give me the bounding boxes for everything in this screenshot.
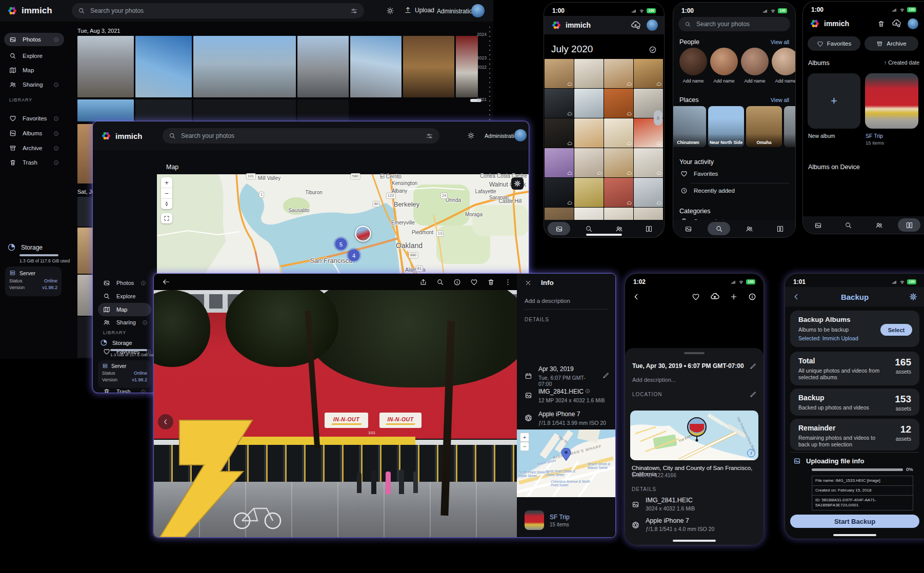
search-input[interactable]: Search your photos	[72, 3, 364, 18]
trash-icon[interactable]	[877, 20, 885, 28]
favorite-icon[interactable]	[692, 293, 700, 301]
add-name-link[interactable]: Add name	[772, 78, 796, 84]
theme-toggle-icon[interactable]	[386, 7, 394, 15]
edit-date-icon[interactable]	[750, 363, 756, 370]
app-logo[interactable]: immich	[7, 6, 52, 16]
photo-tile[interactable]	[545, 89, 574, 118]
new-album-card[interactable]: +	[808, 73, 860, 129]
photo-thumbnail[interactable]	[135, 36, 192, 97]
photo-thumbnail[interactable]	[77, 36, 134, 97]
sidebar-item-favorites[interactable]: Favorites	[4, 112, 64, 125]
photo-thumbnail[interactable]	[135, 99, 192, 121]
favorites-button[interactable]: Favorites	[808, 36, 860, 51]
nav-photos[interactable]	[807, 218, 830, 232]
place-card-near-north-side[interactable]: Near North Side	[708, 106, 744, 147]
photo-thumbnail[interactable]	[193, 36, 296, 97]
people-view-all[interactable]: View all	[771, 39, 789, 45]
activity-item-clock[interactable]: Recently added	[680, 187, 735, 194]
zoom-icon[interactable]	[436, 278, 444, 286]
photo-in-n-out[interactable]: IN-N-OUT IN-N-OUT 333	[154, 290, 517, 537]
photo-tile[interactable]	[634, 59, 663, 88]
map-photo-marker[interactable]	[355, 226, 371, 242]
add-name-link[interactable]: Add name	[679, 78, 707, 84]
place-card-chinatown[interactable]: Chinatown	[673, 106, 706, 147]
fullscreen-button[interactable]	[161, 213, 172, 223]
start-backup-button[interactable]: Start Backup	[790, 515, 919, 528]
photo-thumbnail[interactable]	[350, 36, 401, 97]
albums-sort-button[interactable]: ↑ Created date	[884, 59, 919, 66]
sync-status-icon[interactable]	[631, 21, 640, 30]
photo-tile[interactable]	[574, 118, 604, 148]
add-icon[interactable]	[730, 293, 738, 301]
close-info-icon[interactable]	[525, 279, 532, 286]
info-icon[interactable]	[453, 278, 461, 286]
avatar[interactable]	[471, 4, 485, 17]
photo-tile[interactable]	[604, 89, 633, 118]
select-all-icon[interactable]	[649, 46, 657, 54]
nav-sharing[interactable]	[738, 222, 761, 235]
back-icon[interactable]	[632, 293, 640, 301]
avatar[interactable]	[647, 19, 658, 31]
sidebar-item-archive[interactable]: Archive	[4, 141, 64, 155]
photo-thumbnail[interactable]	[77, 99, 134, 121]
place-card-omaha[interactable]: Omaha	[746, 106, 782, 147]
upload-cloud-icon[interactable]	[710, 292, 719, 301]
info-icon[interactable]	[585, 388, 590, 394]
search-filter-icon[interactable]	[350, 7, 358, 15]
delete-icon[interactable]	[487, 278, 495, 286]
info-icon[interactable]	[748, 293, 756, 301]
nav-photos[interactable]	[548, 222, 570, 235]
photo-tile[interactable]	[545, 148, 574, 177]
avatar[interactable]	[514, 129, 527, 141]
app-logo[interactable]: immich	[101, 131, 143, 141]
select-button[interactable]: Select	[880, 324, 912, 336]
person-face[interactable]	[772, 48, 796, 75]
compass-button[interactable]	[161, 199, 172, 209]
map-cluster-marker[interactable]: 5	[335, 238, 347, 250]
photo-thumbnail[interactable]	[297, 99, 349, 121]
search-input[interactable]: Search your photos	[163, 128, 439, 144]
photo-tile[interactable]	[545, 59, 574, 88]
map-zoom-in[interactable]: +	[520, 433, 529, 442]
photo-thumbnail[interactable]	[456, 36, 478, 97]
nav-library[interactable]	[638, 222, 660, 235]
more-options-icon[interactable]	[504, 278, 512, 286]
sidebar-item-trash[interactable]: Trash	[4, 156, 64, 169]
map-info-icon[interactable]: i	[747, 449, 755, 457]
places-view-all[interactable]: View all	[771, 97, 789, 103]
sidebar-item-explore[interactable]: Explore	[98, 290, 151, 303]
photo-thumbnail[interactable]	[403, 36, 454, 97]
photo-tile[interactable]	[634, 148, 663, 177]
sidebar-item-map[interactable]: Map	[98, 303, 151, 316]
photo-tile[interactable]	[574, 178, 604, 207]
sidebar-item-sharing[interactable]: Sharing	[4, 78, 64, 91]
edit-location-icon[interactable]	[750, 391, 756, 398]
photo-tile[interactable]	[604, 148, 633, 177]
person-face[interactable]	[741, 48, 769, 75]
scrubber-handle[interactable]	[654, 110, 662, 126]
nav-library[interactable]	[769, 222, 791, 235]
description-input[interactable]: Add a description	[525, 298, 608, 304]
administration-link[interactable]: Administration	[437, 8, 476, 15]
album-card-sf-trip[interactable]	[865, 73, 918, 129]
photo-tile[interactable]	[604, 178, 633, 207]
favorite-icon[interactable]	[470, 278, 478, 286]
photo-thumbnail[interactable]	[297, 36, 349, 97]
location-map[interactable]: Beach StreetNorth Point Street & Jones S…	[517, 429, 615, 497]
search-input[interactable]: Search your photos	[678, 17, 790, 31]
sidebar-item-albums[interactable]: Albums	[4, 127, 64, 140]
sidebar-item-explore[interactable]: Explore	[4, 49, 64, 63]
location-map[interactable]: The Embarcadero - San Francisco Ferry Bl…	[630, 411, 758, 460]
photo-thumbnail[interactable]	[193, 99, 296, 121]
add-name-link[interactable]: Add name	[710, 78, 738, 84]
map-cluster-marker[interactable]: 4	[348, 250, 360, 261]
upload-button[interactable]: Upload	[404, 6, 434, 14]
sidebar-item-photos[interactable]: Photos	[4, 33, 64, 46]
photo-tile[interactable]	[634, 178, 663, 207]
activity-item-heart[interactable]: Favorites	[680, 170, 718, 177]
photo-tile[interactable]	[574, 59, 604, 88]
zoom-in-button[interactable]: +	[161, 177, 172, 188]
photo-tile[interactable]	[545, 178, 574, 207]
sheet-handle[interactable]	[684, 352, 705, 354]
avatar[interactable]	[908, 18, 918, 29]
